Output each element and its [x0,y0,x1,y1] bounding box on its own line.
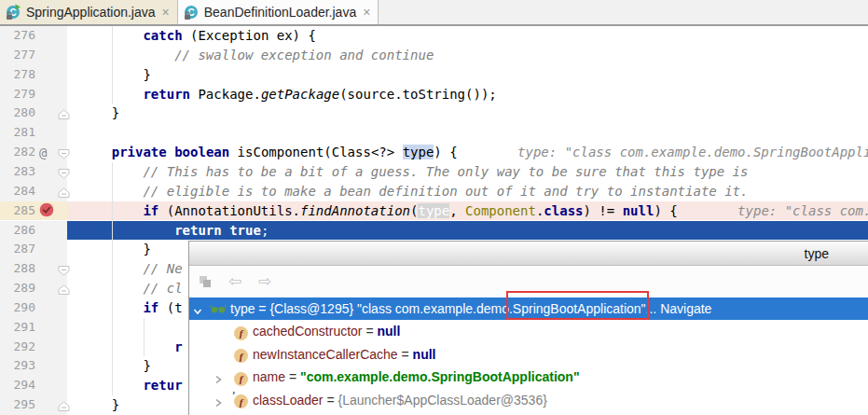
line-number: 289 [0,279,35,298]
gutter[interactable]: 277 [0,46,67,65]
popup-header[interactable]: type [189,242,868,266]
gutter[interactable]: 276 [0,26,67,46]
code-token: } [143,67,150,82]
gutter[interactable]: 285 [0,201,67,221]
code-line-body[interactable]: // This has to be a bit of a guess. The … [67,162,868,182]
line-number: 283 [0,162,35,182]
chevron-down-icon[interactable] [193,304,202,313]
code-line-276[interactable]: 276catch (Exception ex) { [0,26,868,46]
code-line-body[interactable]: private boolean isComponent(Class<?> typ… [67,143,868,162]
code-line-285[interactable]: 285if (AnnotationUtils.findAnnotation(ty… [0,201,868,221]
code-line-body[interactable]: // swallow exception and continue [67,46,868,65]
code-line-body[interactable]: } [67,104,868,123]
gutter[interactable]: 290 [0,298,67,318]
code-line-279[interactable]: 279return Package.getPackage(source.toSt… [0,85,868,104]
popup-title: type [805,246,829,261]
code-token: // Ne [143,261,182,276]
code-line-body[interactable] [67,123,868,143]
forward-icon[interactable]: ⇨ [256,274,273,289]
field-icon: f [234,370,248,386]
code-token: // This has to be a bit of a guess. The … [143,164,748,179]
code-line-body[interactable]: return true; [67,221,868,241]
code-token: } [143,242,150,256]
value-token: = [285,369,300,384]
variable-row-cachedconstructor[interactable]: fcachedConstructor = null [189,320,868,342]
code-line-body[interactable]: } [67,65,868,85]
navigate-link[interactable]: Navigate [660,301,711,316]
code-line-body[interactable]: // eligible is to make a bean definition… [67,182,868,201]
tab-beandefinitionloader[interactable]: C BeanDefinitionLoader.java × [178,0,379,24]
code-token: r [174,339,182,354]
value-token: cachedConstructor [253,324,363,339]
value-token: ... [646,301,661,316]
code-token: ) { [654,203,685,218]
value-token: classLoader [253,393,324,408]
field-icon: f [234,348,248,364]
code-line-280[interactable]: 280} [0,104,868,123]
code-line-284[interactable]: 284// eligible is to make a bean definit… [0,182,868,201]
popup-toolbar: ⇦ ⇨ [189,266,868,297]
code-token: class [544,203,583,218]
variable-row-name[interactable]: fname = "com.example.demo.SpringBootAppl… [189,366,868,388]
variable-row-newinstancecallercache[interactable]: fnewInstanceCallerCache = null [189,343,868,366]
code-token: return [174,223,222,238]
gutter[interactable]: 283 [0,162,67,182]
code-token: return [143,87,190,102]
editor-tab-bar: C SpringApplication.java × C BeanDefinit… [0,0,868,26]
code-line-282[interactable]: 282@private boolean isComponent(Class<?>… [0,143,868,162]
line-number: 280 [0,104,35,123]
code-text: // This has to be a bit of a guess. The … [143,162,748,182]
gutter[interactable]: 286 [0,221,67,241]
gutter[interactable]: 278 [0,65,67,85]
structure-icon[interactable] [197,274,214,289]
code-line-278[interactable]: 278} [0,65,868,85]
gutter[interactable]: 291 [0,318,67,338]
gutter[interactable]: 288 [0,259,67,279]
gutter[interactable]: 284 [0,182,67,201]
line-number: 279 [0,85,35,104]
code-token: retur [143,378,182,393]
variable-row-classloader[interactable]: f’classLoader = {Launcher$AppClassLoader… [189,389,868,411]
field-icon: f [234,325,248,340]
gutter[interactable]: 281 [0,123,67,143]
code-token [167,145,174,159]
gutter[interactable]: 294 [0,376,67,395]
gutter[interactable]: 292 [0,338,67,357]
variable-text: name = "com.example.demo.SpringBootAppli… [253,366,580,388]
code-line-body[interactable]: if (AnnotationUtils.findAnnotation(type,… [67,201,868,221]
code-line-283[interactable]: 283// This has to be a bit of a guess. T… [0,162,868,182]
close-icon[interactable]: × [162,5,170,20]
code-line-281[interactable]: 281 [0,123,868,143]
gutter[interactable]: 282@ [0,143,67,162]
code-line-286[interactable]: 286return true; [0,221,868,241]
tab-springapplication[interactable]: C SpringApplication.java × [0,0,178,24]
gutter[interactable]: 295 [0,395,67,415]
gutter[interactable]: 279 [0,85,67,104]
code-token: } [143,358,150,373]
chevron-right-icon[interactable] [214,395,223,405]
gutter[interactable]: 293 [0,356,67,376]
gutter[interactable]: 289 [0,279,67,298]
java-class-icon: C [5,4,21,21]
code-text: r [174,338,182,357]
gutter[interactable]: 287 [0,240,67,259]
gutter[interactable]: 280 [0,104,67,123]
code-line-body[interactable]: catch (Exception ex) { [67,26,868,46]
code-token: (source.toString()); [339,87,497,102]
close-icon[interactable]: × [363,5,370,20]
indent-guide [112,162,113,395]
code-token: type [418,203,449,218]
code-line-body[interactable]: return Package.getPackage(source.toStrin… [67,85,868,104]
breakpoint-icon[interactable] [39,202,54,217]
indent-guide [144,318,145,356]
value-token: "com.example.demo.SpringBootApplication" [300,369,580,384]
variable-row-type[interactable]: type = {Class@1295} "class com.example.d… [189,297,868,320]
code-token: null [623,203,654,218]
code-line-277[interactable]: 277// swallow exception and continue [0,46,868,65]
value-token: newInstanceCallerCache [253,347,398,362]
code-text: if (t [143,298,182,318]
code-token: } [112,397,119,412]
chevron-right-icon[interactable] [214,372,223,381]
back-icon[interactable]: ⇦ [227,274,243,289]
line-number: 286 [0,221,35,241]
